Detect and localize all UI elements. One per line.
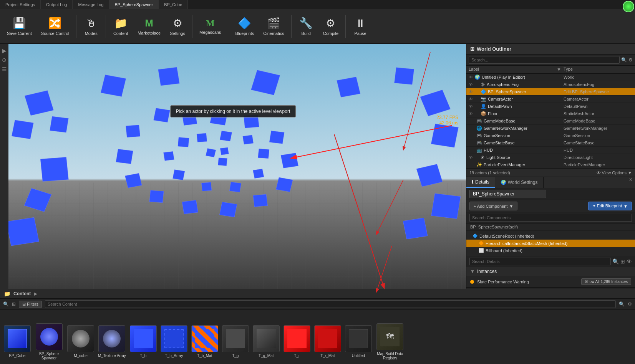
outliner-settings-icon[interactable]: ⚙: [628, 57, 633, 63]
search-details-icon[interactable]: 🔍: [612, 258, 619, 265]
content-item[interactable]: T_g: [222, 325, 249, 358]
instances-arrow: ▼: [470, 269, 475, 274]
content-item[interactable]: T_b_Mat: [191, 325, 218, 358]
pause-button[interactable]: ⏸ Pause: [349, 15, 372, 38]
outliner-row[interactable]: 🌐 GameNetworkManager GameNetworkManager: [466, 125, 635, 132]
outliner-row[interactable]: 🎮 GameSession GameSession: [466, 132, 635, 139]
visibility-icon[interactable]: 👁: [469, 82, 473, 87]
show-all-instances-button[interactable]: Show All 1,296 Instances: [581, 278, 631, 285]
content-grid[interactable]: BP_Cube BP_Sphere Spawner M_cube M_Textu…: [0, 310, 635, 364]
outliner-columns: Label ▼ Type: [466, 66, 635, 74]
outliner-search-icon: 🔍: [621, 57, 627, 63]
outliner-row[interactable]: ✨ ParticleEventManager ParticleEventMana…: [466, 161, 635, 169]
modes-button[interactable]: 🖱 Modes: [80, 15, 103, 38]
marketplace-button[interactable]: M Marketplace: [134, 15, 164, 38]
tab-bp-sphere-spawner[interactable]: BP_SphereSpawner: [109, 0, 159, 9]
content-item[interactable]: T_b: [130, 325, 157, 358]
tab-details[interactable]: ℹ Details: [466, 177, 495, 188]
content-thumbnail: [253, 325, 280, 352]
svg-rect-6: [8, 217, 39, 246]
folder-icon: 📁: [4, 291, 10, 297]
visibility-icon[interactable]: 👁: [469, 111, 473, 116]
component-row[interactable]: 🔶 HierarchicalInstancedStaticMesh (Inher…: [466, 240, 635, 247]
build-button[interactable]: 🔧 Build: [295, 15, 318, 38]
search-content-input[interactable]: [45, 300, 616, 308]
component-search-input[interactable]: [469, 214, 632, 222]
outliner-row[interactable]: 👁 🌍 Untitled (Play In Editor) World: [466, 74, 635, 81]
world-icon: 🌍: [501, 180, 506, 185]
visibility-icon[interactable]: 👁: [469, 75, 473, 79]
outliner-row[interactable]: 🎮 GameStateBase GameStateBase: [466, 139, 635, 147]
settings-button[interactable]: ⚙ Settings: [166, 15, 189, 38]
edit-blueprint-button[interactable]: ✦ Edit Blueprint ▼: [588, 202, 632, 210]
add-comp-chevron: ▼: [509, 204, 513, 208]
content-item[interactable]: T_b_Array: [161, 325, 187, 358]
tab-world-settings[interactable]: 🌍 World Settings: [495, 177, 544, 188]
megascans-button[interactable]: M Megascans: [196, 16, 225, 37]
content-item[interactable]: Untitled: [345, 325, 372, 358]
add-component-button[interactable]: + Add Component ▼: [469, 202, 517, 210]
content-item[interactable]: T_r_Mat: [314, 325, 341, 358]
tab-project-settings[interactable]: Project Settings: [0, 0, 41, 9]
outliner-row[interactable]: 👁 👤 DefaultPawn DefaultPawn: [466, 103, 635, 110]
cinematics-button[interactable]: 🎬 Cinematics: [259, 15, 288, 38]
component-row[interactable]: ⬜ Billboard (Inherited): [466, 247, 635, 254]
content-icon: 📁: [114, 17, 128, 30]
content-item[interactable]: BP_Cube: [4, 325, 31, 358]
outliner-row[interactable]: 👁 📦 Floor StaticMeshActor: [466, 110, 635, 117]
content-item[interactable]: BP_Sphere Spawner: [35, 323, 63, 360]
tab-bp-cube[interactable]: BP_Cube: [159, 0, 188, 9]
actor-label: Atmospheric Fog: [487, 82, 564, 87]
viewport-tooltip: Pick an actor by clicking on it in the a…: [170, 105, 296, 117]
filters-button[interactable]: ⊞ Filters: [19, 301, 42, 308]
content-item[interactable]: M_cube: [67, 325, 94, 358]
content-item[interactable]: 🗺 Map Build Data Registry: [376, 323, 405, 360]
warning-dot: [470, 280, 474, 284]
details-close-icon[interactable]: ✕: [629, 177, 635, 188]
outliner-list[interactable]: 👁 🌍 Untitled (Play In Editor) World 👁 🌫 …: [466, 74, 635, 169]
source-control-button[interactable]: 🔀 Source Control: [37, 15, 73, 38]
svg-rect-1: [8, 183, 466, 289]
content-item[interactable]: T_r: [284, 325, 310, 358]
actor-type: DefaultPawn: [564, 104, 633, 109]
instances-header[interactable]: ▼ Instances: [466, 267, 635, 276]
outliner-row[interactable]: 👁 🔷 BP_SphereSpawner Edit BP_SphereSpawn…: [466, 88, 635, 96]
svg-rect-3: [12, 120, 33, 139]
visibility-icon[interactable]: 👁: [469, 89, 473, 94]
content-thumbnail: [4, 325, 31, 352]
save-current-button[interactable]: 💾 Save Current: [3, 15, 36, 38]
svg-rect-38: [258, 149, 269, 158]
visibility-icon[interactable]: 👁: [469, 155, 473, 160]
viewport[interactable]: ▶ ⊙ ☰: [0, 44, 466, 289]
content-item[interactable]: T_g_Mat: [253, 325, 280, 358]
content-button[interactable]: 📁 Content: [109, 15, 132, 38]
blueprints-button[interactable]: 🔷 Blueprints: [231, 15, 258, 38]
grid-view-icon[interactable]: ⊞: [620, 258, 625, 265]
actor-name-input[interactable]: [469, 190, 546, 198]
actor-label: Light Source: [486, 155, 564, 160]
instances-section[interactable]: ▼ Instances Slate Performance Warning Sh…: [466, 267, 635, 289]
actor-label: HUD: [484, 148, 564, 152]
tab-message-log[interactable]: Message Log: [73, 0, 109, 9]
outliner-row[interactable]: 🎮 GameModeBase GameModeBase: [466, 117, 635, 125]
visibility-icon[interactable]: 👁: [469, 97, 473, 101]
visibility-icon[interactable]: 👁: [469, 104, 473, 109]
compile-button[interactable]: ⚙ Compile: [319, 15, 342, 38]
view-options-button[interactable]: 👁 View Options ▼: [597, 170, 632, 175]
num-custom-data-row: Num Custom Data Floats ▼: [466, 288, 635, 289]
tab-bar: Project Settings Output Log Message Log …: [0, 0, 635, 9]
eye-toggle-icon[interactable]: 👁: [627, 258, 632, 265]
svg-rect-43: [220, 147, 229, 155]
tab-output-log[interactable]: Output Log: [41, 0, 73, 9]
search-details-input[interactable]: [469, 258, 611, 265]
component-row[interactable]: 🔷 DefaultSceneRoot (Inherited): [466, 232, 635, 240]
outliner-row[interactable]: 📺 HUD HUD: [466, 147, 635, 154]
outliner-search-input[interactable]: [469, 56, 620, 64]
outliner-row[interactable]: 👁 🌫 Atmospheric Fog AtmosphericFog: [466, 81, 635, 88]
outliner-row[interactable]: 👁 ☀ Light Source DirectionalLight: [466, 154, 635, 161]
content-label: T_g_Mat: [259, 354, 274, 358]
content-item[interactable]: M_Texture Array: [98, 325, 126, 358]
outliner-row[interactable]: 👁 📷 CameraActor CameraActor: [466, 96, 635, 103]
actor-label: GameModeBase: [484, 119, 564, 123]
svg-rect-41: [197, 133, 207, 142]
